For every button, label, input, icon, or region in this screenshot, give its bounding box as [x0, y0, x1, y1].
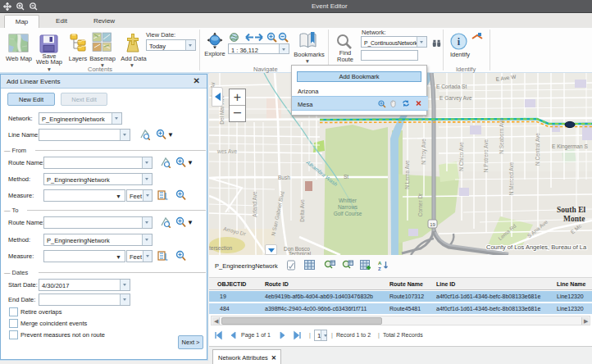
svg-text:N Seaborn Ave: N Seaborn Ave — [499, 118, 504, 154]
svg-text:wes Ave: wes Ave — [216, 148, 237, 154]
svg-text:tersection: tersection — [209, 245, 233, 251]
svg-text:19: 19 — [430, 222, 435, 227]
svg-text:N Merced Ave: N Merced Ave — [508, 162, 514, 195]
svg-text:E Cortada St: E Cortada St — [436, 84, 467, 89]
svg-text:Whittier: Whittier — [339, 198, 357, 203]
svg-text:St: St — [344, 174, 348, 180]
svg-text:Arland Ave: Arland Ave — [252, 191, 257, 217]
svg-text:Corner Dr: Corner Dr — [417, 193, 423, 216]
svg-text:County of Los Angeles, Bureau: County of Los Angeles, Bureau of La — [486, 243, 587, 251]
svg-text:E Kingerman S: E Kingerman S — [552, 143, 588, 150]
svg-text:Narrows: Narrows — [338, 204, 358, 210]
svg-text:N Lema Ave: N Lema Ave — [404, 160, 410, 189]
svg-text:Monte: Monte — [563, 215, 585, 223]
svg-text:N Potrero Ave: N Potrero Ave — [483, 139, 489, 172]
svg-text:N Central Ave: N Central Ave — [535, 133, 540, 166]
svg-text:A: A — [378, 261, 382, 266]
svg-text:Golf Course: Golf Course — [334, 211, 362, 216]
svg-text:N Troy Ave: N Troy Ave — [421, 139, 427, 165]
svg-text:Z: Z — [378, 266, 381, 271]
svg-text:N Chico Ave: N Chico Ave — [458, 142, 464, 171]
svg-text:South El: South El — [557, 206, 585, 214]
svg-text:Delta Ave: Delta Ave — [299, 199, 305, 222]
svg-text:Bush: Bush — [278, 175, 290, 180]
svg-text:E Garvey Ave: E Garvey Ave — [439, 95, 472, 102]
